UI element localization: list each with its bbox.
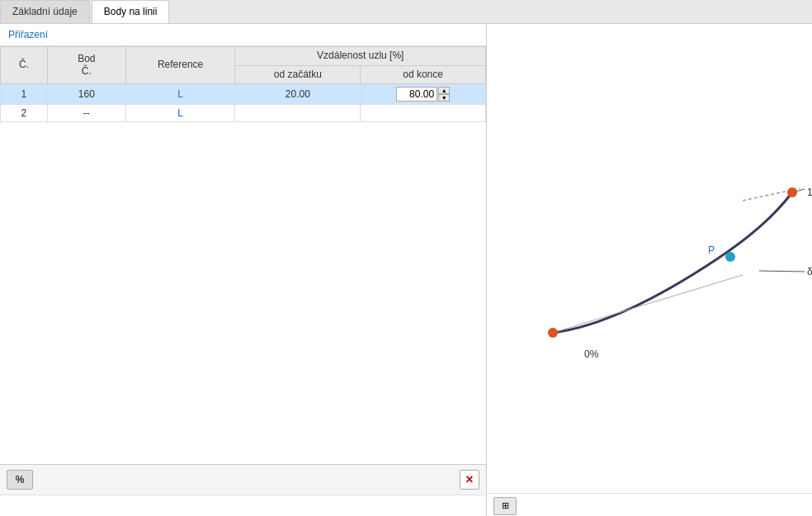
svg-line-3	[759, 271, 805, 272]
cell-ref: L	[125, 105, 235, 122]
cell-bod: 160	[47, 84, 125, 105]
diagram-icon-button[interactable]: ⊞	[493, 497, 517, 515]
cell-od-zacatku: 20.00	[235, 84, 361, 105]
bottom-bar: % ×	[0, 464, 486, 495]
cell-od-zacatku	[235, 105, 361, 122]
table-row: 2 -- L	[1, 105, 486, 122]
diagram-area: 100% δ% 0% P	[487, 24, 812, 493]
svg-text:P: P	[708, 244, 715, 256]
cell-num: 2	[1, 105, 48, 122]
note-bar	[0, 495, 486, 516]
svg-point-6	[725, 252, 735, 262]
main-content: Přiřazení Č. BodČ. Reference Vzdálenost …	[0, 24, 812, 516]
table-container: Č. BodČ. Reference Vzdálenost uzlu [%] o…	[0, 46, 486, 255]
svg-point-5	[787, 187, 797, 197]
svg-text:δ%: δ%	[807, 266, 812, 277]
spinner-input[interactable]	[396, 87, 437, 102]
cell-ref: L	[125, 84, 235, 105]
left-panel: Přiřazení Č. BodČ. Reference Vzdálenost …	[0, 24, 487, 516]
right-panel: 100% δ% 0% P ⊞	[487, 24, 812, 516]
cell-bod: --	[47, 105, 125, 122]
svg-point-4	[548, 328, 558, 338]
svg-text:100%: 100%	[807, 187, 812, 198]
spinner-buttons: ▲ ▼	[438, 87, 450, 102]
spinner-down[interactable]: ▼	[438, 94, 450, 102]
percent-button[interactable]: %	[7, 470, 33, 490]
empty-space	[0, 255, 486, 464]
col-header-reference: Reference	[125, 47, 235, 84]
section-header: Přiřazení	[0, 24, 486, 46]
col-header-od-zacatku: od začátku	[235, 65, 361, 84]
col-header-vzdalenost: Vzdálenost uzlu [%]	[235, 47, 486, 66]
data-table: Č. BodČ. Reference Vzdálenost uzlu [%] o…	[0, 46, 486, 122]
col-header-bod: BodČ.	[47, 47, 125, 84]
delete-icon: ×	[465, 473, 473, 486]
spinner-up[interactable]: ▲	[438, 87, 450, 94]
table-row: 1 160 L 20.00 ▲ ▼	[1, 84, 486, 105]
tab-zakladni-udaje[interactable]: Základní údaje	[0, 0, 90, 23]
cell-od-konce	[361, 105, 486, 122]
tabs-bar: Základní údaje Body na linii	[0, 0, 812, 24]
delete-button[interactable]: ×	[460, 470, 479, 490]
diagram-icon: ⊞	[502, 500, 509, 511]
col-header-num: Č.	[1, 47, 48, 84]
svg-line-1	[553, 275, 743, 333]
diagram-svg: 100% δ% 0% P	[487, 24, 812, 493]
diagram-bottom: ⊞	[487, 493, 812, 516]
svg-text:0%: 0%	[584, 348, 599, 360]
cell-num: 1	[1, 84, 48, 105]
col-header-od-konce: od konce	[361, 65, 486, 84]
tab-body-na-linii[interactable]: Body na linii	[92, 0, 170, 23]
cell-od-konce[interactable]: ▲ ▼	[361, 84, 486, 105]
